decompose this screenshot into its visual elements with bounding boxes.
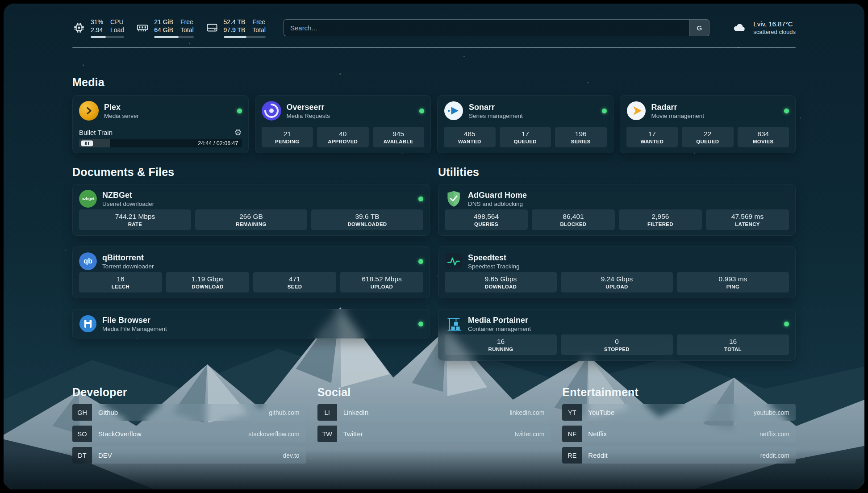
bookmark-dev[interactable]: DT DEV dev.to xyxy=(72,447,306,464)
settings-gear-icon[interactable]: ⚙ xyxy=(234,128,242,137)
stat-label: REMAINING xyxy=(197,221,305,227)
radarr-icon xyxy=(626,101,646,121)
playback-progress-bar[interactable]: 24:44 / 02:06:47 xyxy=(79,139,242,147)
stat-box: 16 RUNNING xyxy=(445,334,557,355)
disk-total: 97.9 TB xyxy=(224,26,246,34)
stat-value: 618.52 Mbps xyxy=(342,275,421,283)
app-subtitle: Usenet downloader xyxy=(102,200,154,208)
stat-label: PING xyxy=(679,284,787,289)
now-playing-widget: Bullet Train ⚙ 24:44 / 02:06:47 xyxy=(79,128,242,147)
stat-label: FILTERED xyxy=(621,221,700,227)
stat-value: 834 xyxy=(739,130,788,138)
ram-icon xyxy=(136,21,149,34)
stat-box: 834 MOVIES xyxy=(738,127,789,147)
app-card-sonarr[interactable]: Sonarr Series management 485 WANTED 17 Q… xyxy=(437,95,613,153)
bookmark-linkedin[interactable]: LI LinkedIn linkedin.com xyxy=(317,404,551,421)
app-name: Sonarr xyxy=(469,102,523,112)
bookmark-stackoverflow[interactable]: SO StackOverflow stackoverflow.com xyxy=(72,426,306,442)
app-card-plex[interactable]: Plex Media server Bullet Train ⚙ 24:44 /… xyxy=(72,95,249,153)
status-dot xyxy=(602,109,607,113)
search-engine-button[interactable]: G xyxy=(689,20,709,36)
stat-value: 17 xyxy=(628,130,676,138)
stat-box: 744.21 Mbps RATE xyxy=(79,209,191,230)
stat-label: DOWNLOAD xyxy=(168,284,247,289)
app-card-radarr[interactable]: Radarr Movie management 17 WANTED 22 QUE… xyxy=(620,95,796,153)
playback-time: 24:44 / 02:06:47 xyxy=(198,140,238,146)
bookmark-name: Reddit xyxy=(588,451,607,459)
stat-box: 0 STOPPED xyxy=(561,334,673,355)
app-card-adguard[interactable]: AdGuard Home DNS and adblocking 498,564 … xyxy=(438,184,796,236)
cpu-readout: 31% 2.94 CPU Load xyxy=(91,18,124,38)
app-subtitle: Media File Management xyxy=(102,325,167,333)
stat-label: QUERIES xyxy=(447,221,526,227)
app-card-filebrowser[interactable]: File Browser Media File Management xyxy=(72,309,430,338)
cpu-load-value: 2.94 xyxy=(91,26,103,34)
disk-free: 52.4 TB xyxy=(224,18,246,26)
disk-label-bottom: Total xyxy=(252,26,266,34)
stat-value: 9.65 Gbps xyxy=(447,275,555,283)
weather-widget: Lviv, 16.87°C scattered clouds xyxy=(731,20,796,36)
stat-value: 16 xyxy=(679,337,787,346)
app-card-speedtest[interactable]: Speedtest Speedtest Tracking 9.65 Gbps D… xyxy=(438,246,796,298)
app-name: AdGuard Home xyxy=(468,190,527,200)
search-input[interactable] xyxy=(284,20,689,36)
app-card-nzbget[interactable]: nzbget NZBGet Usenet downloader 744.21 M… xyxy=(72,184,430,236)
section-title-developer: Developer xyxy=(72,386,306,399)
stat-value: 16 xyxy=(81,275,160,283)
speedtest-icon xyxy=(445,252,463,270)
bookmark-github[interactable]: GH Github github.com xyxy=(72,404,306,421)
plex-icon xyxy=(79,101,99,121)
cpu-icon xyxy=(72,21,86,34)
app-subtitle: Series management xyxy=(469,112,523,120)
stat-value: 40 xyxy=(319,130,367,138)
status-dot xyxy=(237,109,242,113)
stat-box: 16 TOTAL xyxy=(677,334,789,355)
stat-label: UPLOAD xyxy=(563,284,671,289)
stat-box: 9.65 Gbps DOWNLOAD xyxy=(445,272,557,292)
filebrowser-icon xyxy=(79,315,97,333)
stat-box: 196 SERIES xyxy=(555,127,607,147)
status-dot xyxy=(418,196,423,201)
stat-value: 17 xyxy=(501,130,550,138)
stat-box: 9.24 Gbps UPLOAD xyxy=(561,272,673,292)
pause-button[interactable] xyxy=(81,140,93,146)
documents-column: Documents & Files nzbget NZBGet Usenet d… xyxy=(72,166,430,361)
section-title-entertainment: Entertainment xyxy=(562,386,796,399)
stat-box: 1.19 Gbps DOWNLOAD xyxy=(166,272,249,292)
stat-box: 471 SEED xyxy=(253,272,336,292)
app-card-qbittorrent[interactable]: qb qBittorrent Torrent downloader 16 LEE… xyxy=(72,246,430,298)
bookmark-twitter[interactable]: TW Twitter twitter.com xyxy=(317,426,551,442)
stat-label: DOWNLOADED xyxy=(313,221,421,227)
portainer-icon xyxy=(445,315,463,333)
stat-label: DOWNLOAD xyxy=(447,284,555,289)
app-card-portainer[interactable]: Media Portainer Container management 16 … xyxy=(438,309,796,361)
cpu-percent: 31% xyxy=(91,18,103,26)
bookmarks-entertainment: Entertainment YT YouTube youtube.com NF … xyxy=(562,386,796,468)
weather-condition: scattered clouds xyxy=(753,28,796,36)
bookmark-url: github.com xyxy=(269,409,299,416)
bookmark-name: StackOverflow xyxy=(98,430,142,438)
stat-box: 17 QUEUED xyxy=(500,127,551,147)
bookmarks-developer: Developer GH Github github.com SO StackO… xyxy=(72,386,306,468)
cpu-progress-bar xyxy=(91,36,124,38)
status-dot xyxy=(418,259,423,264)
stat-value: 744.21 Mbps xyxy=(81,212,189,221)
cpu-label-top: CPU xyxy=(110,18,124,26)
stat-value: 498,564 xyxy=(447,212,526,221)
stat-value: 22 xyxy=(684,130,732,138)
bookmark-url: stackoverflow.com xyxy=(248,430,299,438)
cpu-widget: 31% 2.94 CPU Load xyxy=(72,18,124,38)
stat-label: WANTED xyxy=(628,139,676,144)
adguard-icon xyxy=(445,190,463,208)
bookmark-youtube[interactable]: YT YouTube youtube.com xyxy=(562,404,796,421)
disk-icon xyxy=(205,21,219,34)
app-name: Overseerr xyxy=(287,102,330,112)
bookmark-netflix[interactable]: NF Netflix netflix.com xyxy=(562,426,796,442)
stat-value: 485 xyxy=(446,130,494,138)
bookmark-reddit[interactable]: RE Reddit reddit.com xyxy=(562,447,796,464)
bookmark-name: Netflix xyxy=(588,430,607,438)
stat-label: PENDING xyxy=(263,139,312,144)
stat-box: 86,401 BLOCKED xyxy=(532,209,615,230)
stat-label: QUEUED xyxy=(684,139,732,144)
app-card-overseerr[interactable]: Overseerr Media Requests 21 PENDING 40 A… xyxy=(255,95,431,153)
